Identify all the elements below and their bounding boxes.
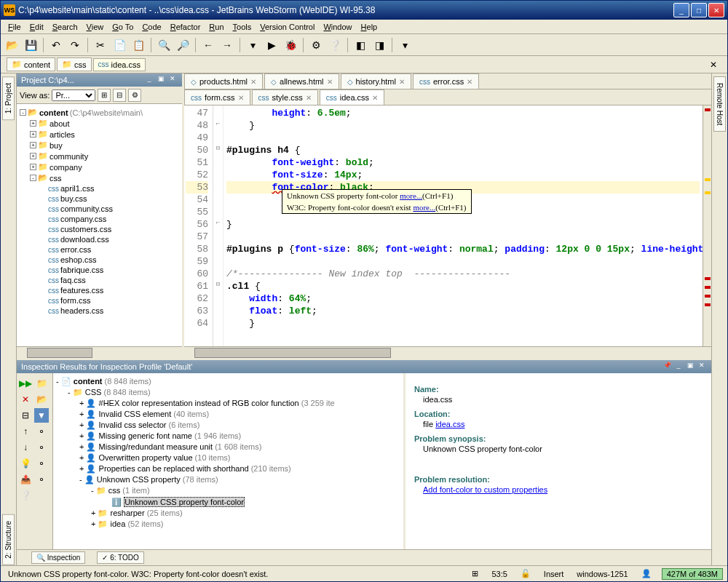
menu-run[interactable]: Run [205, 21, 228, 33]
redo-button[interactable]: ↷ [67, 37, 83, 53]
folder-buy[interactable]: + 📁 buy [20, 140, 179, 151]
file-error-css[interactable]: css error.css [20, 244, 179, 255]
panel-minimize-icon[interactable]: _ [144, 75, 154, 85]
project-tree[interactable]: - 📂 content (C:\p4\website\main\+ 📁 abou… [17, 104, 182, 346]
export-button[interactable]: 📤 [18, 472, 33, 487]
tab-close-icon[interactable]: ✕ [399, 78, 405, 86]
maximize-button[interactable]: □ [691, 3, 707, 17]
menu-view[interactable]: View [82, 21, 108, 33]
tab-history-html[interactable]: ◇ history.html ✕ [341, 73, 411, 89]
tab-idea-css[interactable]: css idea.css ✕ [320, 89, 384, 105]
file-company-css[interactable]: css company.css [20, 214, 179, 224]
status-insert[interactable]: Insert [541, 570, 567, 578]
insp-item[interactable]: + 👤 Invalid CSS element (40 items) [56, 409, 400, 420]
menu-version-control[interactable]: Version Control [256, 21, 319, 33]
delete-button[interactable]: ✕ [18, 392, 33, 407]
insp-item[interactable]: + 👤 Overwritten property value (10 items… [56, 453, 400, 463]
misc-button-2[interactable]: ◨ [371, 37, 387, 53]
tooltip-more-link-2[interactable]: more... [413, 203, 435, 212]
tab-close-icon[interactable]: ✕ [327, 78, 333, 86]
menu-tools[interactable]: Tools [229, 21, 256, 33]
run-dropdown[interactable]: ▾ [245, 37, 261, 53]
detail-resolution-link[interactable]: Add font-color to custom properties [423, 485, 547, 494]
folder-articles[interactable]: + 📁 articles [20, 129, 179, 140]
menu-refactor[interactable]: Refactor [166, 21, 205, 33]
lightbulb-icon[interactable]: 💡 [18, 456, 33, 471]
tab-close-icon[interactable]: ✕ [467, 78, 472, 86]
undo-button[interactable]: ↶ [48, 37, 64, 53]
project-tool-tab[interactable]: 1: Project [2, 76, 15, 120]
tool-button-d[interactable]: ⚬ [34, 472, 49, 487]
file-download-css[interactable]: css download.css [20, 234, 179, 244]
insp-close-icon[interactable]: ✕ [697, 362, 707, 372]
group-button[interactable]: 📁 [34, 376, 49, 391]
project-hscroll[interactable] [17, 346, 182, 358]
detail-location-link[interactable]: idea.css [435, 420, 464, 428]
help-button[interactable]: ❔ [18, 488, 33, 503]
folder-css[interactable]: - 📂 css [20, 172, 179, 183]
tab-error-css[interactable]: css error.css ✕ [413, 73, 479, 89]
tab-close-icon[interactable]: ✕ [372, 94, 378, 102]
insp-item[interactable]: + 👤 Missing generic font name (1 946 ite… [56, 431, 400, 442]
status-lock-icon[interactable]: 🔓 [518, 569, 534, 578]
status-memory[interactable]: 427M of 483M [662, 568, 723, 580]
tab-allnews-html[interactable]: ◇ allnews.html ✕ [264, 73, 339, 89]
error-stripe[interactable] [703, 105, 711, 346]
menu-code[interactable]: Code [138, 21, 165, 33]
insp-item[interactable]: + 👤 Properties can be replaced with shor… [56, 463, 400, 474]
file-fabrique-css[interactable]: css fabrique.css [20, 265, 179, 275]
editor-hscroll[interactable] [184, 346, 711, 358]
run-button[interactable]: ▶ [264, 37, 280, 53]
tool-button-c[interactable]: ⚬ [34, 456, 49, 471]
file-headers-css[interactable]: css headers.css [20, 306, 179, 316]
insp-item[interactable]: + 👤 Invalid css selector (6 items) [56, 420, 400, 431]
crumb-css[interactable]: 📁 css [57, 57, 92, 71]
crumb-idea-css[interactable]: css idea.css [93, 58, 146, 71]
rerun-button[interactable]: ▶▶ [18, 376, 33, 391]
close-button[interactable]: ✕ [708, 3, 724, 17]
tab-style-css[interactable]: css style.css ✕ [252, 89, 318, 105]
tool-button-b[interactable]: ⚬ [34, 440, 49, 455]
misc-button-1[interactable]: ◧ [352, 37, 368, 53]
file-faq-css[interactable]: css faq.css [20, 275, 179, 285]
menu-help[interactable]: Help [357, 21, 382, 33]
todo-tab[interactable]: ✓ 6: TODO [97, 551, 143, 564]
close-all-tabs[interactable]: ✕ [705, 58, 721, 71]
menu-search[interactable]: Search [48, 21, 82, 33]
menu-file[interactable]: File [4, 21, 25, 33]
minimize-button[interactable]: _ [673, 3, 689, 17]
insp-item[interactable]: + 👤 #HEX color representation instead of… [56, 398, 400, 409]
file-april1-css[interactable]: css april1.css [20, 183, 179, 194]
tab-close-icon[interactable]: ✕ [306, 94, 312, 102]
tab-close-icon[interactable]: ✕ [238, 94, 244, 102]
panel-close-icon[interactable]: ✕ [167, 75, 178, 85]
copy-button[interactable]: 📄 [111, 37, 127, 53]
inspection-tab[interactable]: 🔍 Inspection [31, 551, 85, 564]
dropdown-button[interactable]: ▾ [397, 37, 413, 53]
file-community-css[interactable]: css community.css [20, 204, 179, 214]
file-features-css[interactable]: css features.css [20, 285, 179, 295]
code-editor[interactable]: 474849505152535455565758596061626364 ⌐⊟⌐… [184, 105, 711, 346]
panel-float-icon[interactable]: ▣ [156, 75, 166, 85]
menu-go-to[interactable]: Go To [108, 21, 138, 33]
filter-button[interactable]: ▼ [34, 408, 49, 423]
save-button[interactable]: 💾 [23, 37, 39, 53]
menu-window[interactable]: Window [319, 21, 356, 33]
code-lines[interactable]: height: 6.5em; }#plugins h4 { font-weigh… [223, 105, 703, 346]
crumb-content[interactable]: 📁 content [7, 57, 55, 71]
tooltip-more-link-1[interactable]: more... [400, 191, 422, 200]
help-icon[interactable]: ❔ [327, 37, 343, 53]
menu-edit[interactable]: Edit [25, 21, 48, 33]
structure-tool-tab[interactable]: 2: Structure [2, 514, 15, 565]
folder-button[interactable]: 📂 [34, 392, 49, 407]
status-man-icon[interactable]: 👤 [638, 569, 654, 578]
folder-company[interactable]: + 📁 company [20, 162, 179, 172]
insp-item[interactable]: + 👤 Missing/redundant measure unit (1 60… [56, 442, 400, 453]
view-as-select[interactable]: Pr... [52, 89, 95, 101]
insp-item[interactable]: - 👤 Unknown CSS property (78 items) [56, 474, 400, 485]
replace-button[interactable]: 🔎 [175, 37, 191, 53]
selected-problem[interactable]: Unknown CSS property font-color [124, 497, 245, 507]
fold-column[interactable]: ⌐⊟⌐⊟ [213, 105, 223, 346]
tool-button-a[interactable]: ⚬ [34, 424, 49, 439]
nav-down-button[interactable]: ↓ [18, 440, 33, 455]
